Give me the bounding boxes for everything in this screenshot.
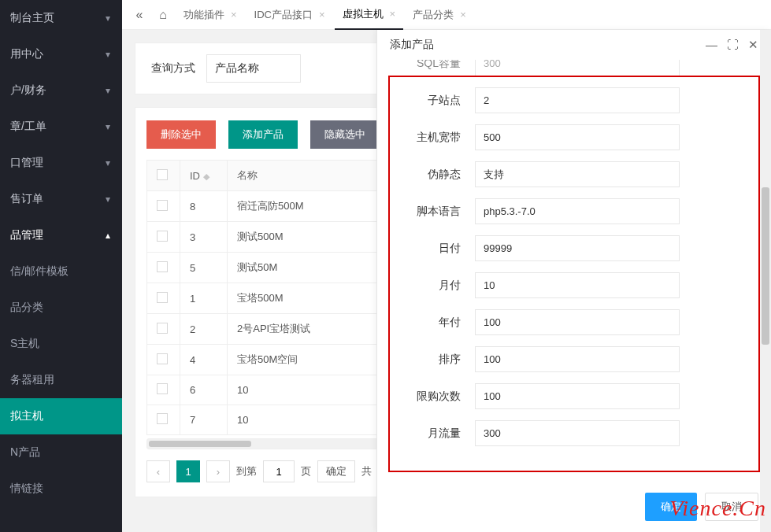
home-icon[interactable]: ⌂: [152, 4, 174, 26]
scrollbar-thumb[interactable]: [149, 441, 251, 447]
sidebar-item-tickets[interactable]: 章/工单▾: [0, 109, 122, 145]
tab-vhost[interactable]: 虚拟主机×: [335, 0, 404, 30]
row-checkbox[interactable]: [157, 413, 168, 424]
sidebar-item-products[interactable]: 品管理▴: [0, 217, 122, 253]
sidebar-item-shost[interactable]: S主机: [0, 326, 122, 362]
sidebar: 制台主页▾ 用中心▾ 户/财务▾ 章/工单▾ 口管理▾ 售订单▾ 品管理▴ 信/…: [0, 0, 122, 532]
sidebar-item-label: 信/邮件模板: [10, 264, 69, 279]
chevron-down-icon: ▾: [106, 13, 110, 24]
page-input[interactable]: [263, 460, 295, 482]
field-input[interactable]: [475, 272, 680, 298]
field-input[interactable]: [475, 161, 680, 187]
minimize-icon[interactable]: —: [706, 38, 717, 52]
maximize-icon[interactable]: ⛶: [727, 38, 739, 52]
cell-id: 8: [180, 191, 228, 222]
sql-capacity-input[interactable]: [475, 60, 680, 76]
vertical-scrollbar[interactable]: [760, 30, 771, 532]
form-row: 脚本语言: [396, 198, 752, 224]
sidebar-item-vhost[interactable]: 拟主机: [0, 398, 122, 434]
collapse-icon[interactable]: «: [128, 4, 150, 26]
row-checkbox[interactable]: [157, 353, 168, 364]
chevron-down-icon: ▾: [106, 121, 110, 132]
field-label: 年付: [396, 316, 475, 330]
th-id[interactable]: ID◆: [180, 161, 228, 191]
sidebar-item-categories[interactable]: 品分类: [0, 290, 122, 326]
sidebar-item-center[interactable]: 用中心▾: [0, 36, 122, 72]
sidebar-item-label: S主机: [10, 337, 39, 351]
add-product-button[interactable]: 添加产品: [228, 120, 298, 149]
cell-id: 2: [180, 314, 228, 345]
sidebar-item-links[interactable]: 情链接: [0, 471, 122, 507]
sidebar-item-label: 务器租用: [10, 373, 54, 387]
sidebar-item-console[interactable]: 制台主页▾: [0, 0, 122, 36]
close-icon[interactable]: ✕: [748, 38, 758, 52]
form-row: 限购次数: [396, 383, 752, 409]
add-product-modal: 添加产品 — ⛶ ✕ SQL容量 子站点主机宽带伪静态脚本语言日付月付年付排序限…: [376, 30, 771, 532]
page-number-current[interactable]: 1: [176, 460, 200, 482]
field-input[interactable]: [475, 198, 680, 224]
sidebar-item-label: N产品: [10, 445, 40, 460]
row-checkbox[interactable]: [157, 261, 168, 272]
tab-idc-api[interactable]: IDC产品接口×: [246, 0, 333, 30]
modal-ok-button[interactable]: 确定: [645, 493, 697, 521]
delete-selected-button[interactable]: 删除选中: [146, 120, 216, 149]
sidebar-item-orders[interactable]: 售订单▾: [0, 181, 122, 217]
tab-label: 功能插件: [183, 8, 224, 22]
close-icon[interactable]: ×: [390, 8, 396, 20]
form-row: 年付: [396, 309, 752, 335]
sidebar-item-templates[interactable]: 信/邮件模板: [0, 253, 122, 290]
tab-label: 产品分类: [413, 8, 454, 22]
field-label: 伪静态: [396, 168, 475, 182]
query-value: 产品名称: [215, 61, 259, 74]
sidebar-item-server-rental[interactable]: 务器租用: [0, 362, 122, 398]
field-input[interactable]: [475, 87, 680, 113]
close-icon[interactable]: ×: [319, 9, 325, 20]
field-input[interactable]: [475, 420, 680, 446]
field-input[interactable]: [475, 124, 680, 150]
row-checkbox[interactable]: [157, 323, 168, 334]
prev-page-button[interactable]: ‹: [146, 460, 170, 482]
field-label: 日付: [396, 242, 475, 256]
sidebar-item-api[interactable]: 口管理▾: [0, 145, 122, 181]
next-page-button[interactable]: ›: [206, 460, 230, 482]
select-all-checkbox[interactable]: [157, 169, 168, 180]
sidebar-item-nproduct[interactable]: N产品: [0, 434, 122, 471]
modal-cancel-button[interactable]: 取消: [705, 493, 758, 521]
pager-confirm-button[interactable]: 确定: [317, 460, 355, 482]
field-label: 月付: [396, 279, 475, 293]
sidebar-item-label: 户/财务: [10, 83, 46, 98]
field-input[interactable]: [475, 346, 680, 372]
form-row: 子站点: [396, 87, 752, 113]
tab-plugins[interactable]: 功能插件×: [176, 0, 245, 30]
cell-id: 4: [180, 345, 228, 375]
chevron-down-icon: ▾: [106, 85, 110, 96]
tab-categories[interactable]: 产品分类×: [405, 0, 474, 30]
chevron-down-icon: ▾: [106, 157, 110, 168]
sidebar-item-finance[interactable]: 户/财务▾: [0, 72, 122, 109]
field-label: 限购次数: [396, 390, 475, 404]
close-icon[interactable]: ×: [231, 9, 237, 20]
hide-selected-button[interactable]: 隐藏选中: [310, 120, 380, 149]
cell-id: 3: [180, 222, 228, 253]
form-row: 日付: [396, 235, 752, 261]
modal-title: 添加产品: [390, 38, 434, 52]
query-select[interactable]: 产品名称: [206, 54, 301, 83]
field-input[interactable]: [475, 309, 680, 335]
scrollbar-thumb[interactable]: [762, 187, 769, 345]
row-checkbox[interactable]: [157, 292, 168, 303]
close-icon[interactable]: ×: [460, 9, 466, 20]
row-checkbox[interactable]: [157, 383, 168, 394]
chevron-down-icon: ▾: [106, 194, 110, 205]
sidebar-item-label: 品管理: [10, 228, 43, 242]
row-checkbox[interactable]: [157, 231, 168, 242]
field-input[interactable]: [475, 235, 680, 261]
form-row: 月付: [396, 272, 752, 298]
pager-page-unit: 页: [301, 464, 311, 478]
cell-id: 1: [180, 283, 228, 314]
tab-label: 虚拟主机: [343, 7, 384, 21]
field-input[interactable]: [475, 383, 680, 409]
field-label: 子站点: [396, 94, 475, 108]
row-checkbox[interactable]: [157, 200, 168, 211]
sidebar-item-label: 品分类: [10, 301, 43, 315]
modal-header: 添加产品 — ⛶ ✕: [377, 30, 771, 60]
